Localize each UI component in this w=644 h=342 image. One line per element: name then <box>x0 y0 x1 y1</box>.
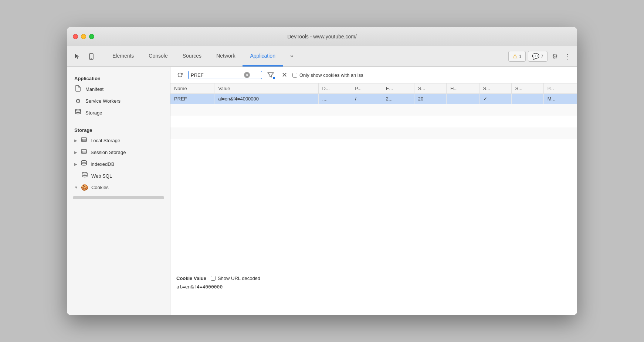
search-clear-button[interactable]: ✕ <box>244 72 250 78</box>
toolbar-right: ⚠ 1 💬 7 ⚙ ⋮ <box>508 51 573 62</box>
storage-icon <box>74 109 82 116</box>
svg-point-12 <box>82 172 87 174</box>
only-issues-label: Only show cookies with an iss <box>299 72 363 78</box>
table-row[interactable]: PREF al=en&f4=4000000 .... / 2... 20 ✓ M… <box>170 94 577 104</box>
col-path[interactable]: P... <box>351 83 382 94</box>
minimize-button[interactable] <box>81 34 86 39</box>
cookies-table: Name Value D... P... E... S... H... S...… <box>170 83 577 151</box>
cookies-table-wrapper: Name Value D... P... E... S... H... S...… <box>170 83 577 271</box>
cell-name: PREF <box>170 94 214 104</box>
cookie-value-text: al=en&f4=4000000 <box>176 284 571 290</box>
col-domain[interactable]: D... <box>318 83 351 94</box>
cell-value: al=en&f4=4000000 <box>214 94 318 104</box>
title-bar: DevTools - www.youtube.com/ <box>67 27 577 46</box>
cell-secure: ✓ <box>479 94 511 104</box>
sidebar-item-storage[interactable]: Storage <box>67 107 170 119</box>
col-expires[interactable]: E... <box>382 83 414 94</box>
chat-icon: 💬 <box>532 53 539 60</box>
col-samesite[interactable]: S... <box>511 83 543 94</box>
search-input[interactable] <box>191 72 243 78</box>
service-workers-label: Service Workers <box>85 98 121 104</box>
local-storage-label: Local Storage <box>91 138 120 143</box>
show-url-decoded-checkbox[interactable] <box>211 276 216 281</box>
sidebar-item-indexed-db[interactable]: ▶ IndexedDB <box>67 158 170 170</box>
local-storage-icon <box>80 137 88 144</box>
storage-label: Storage <box>85 110 102 116</box>
cell-domain: .... <box>318 94 351 104</box>
sidebar-scrollbar[interactable] <box>73 196 164 199</box>
warning-count: 1 <box>519 54 522 59</box>
content-toolbar: ✕ ✕ Only show cookies with an iss <box>170 67 577 83</box>
manifest-icon <box>74 85 82 93</box>
cursor-tool-icon[interactable] <box>71 51 83 62</box>
cell-priority: M... <box>543 94 577 104</box>
mobile-device-icon[interactable] <box>85 51 97 62</box>
tab-sources[interactable]: Sources <box>175 46 209 66</box>
filter-button[interactable] <box>265 70 276 80</box>
traffic-lights <box>73 34 94 39</box>
show-url-decoded-label[interactable]: Show URL decoded <box>211 276 260 281</box>
sidebar-item-session-storage[interactable]: ▶ Session Storage <box>67 146 170 158</box>
warning-icon: ⚠ <box>512 53 518 60</box>
tab-network[interactable]: Network <box>209 46 243 66</box>
settings-icon[interactable]: ⚙ <box>550 51 560 62</box>
cell-size: 20 <box>414 94 446 104</box>
chat-badge[interactable]: 💬 7 <box>528 51 548 62</box>
chat-count: 7 <box>541 54 543 59</box>
sidebar-section-application: Application <box>67 73 170 83</box>
cell-path: / <box>351 94 382 104</box>
empty-cell <box>170 139 577 151</box>
col-priority[interactable]: P... <box>543 83 577 94</box>
col-httponly[interactable]: H... <box>446 83 479 94</box>
cookies-icon: 🍪 <box>81 184 88 191</box>
table-row-empty-4 <box>170 139 577 151</box>
session-storage-arrow: ▶ <box>74 150 77 154</box>
col-size[interactable]: S... <box>414 83 446 94</box>
table-row-empty-2 <box>170 116 577 127</box>
table-row-empty-3 <box>170 127 577 139</box>
only-issues-checkbox-label[interactable]: Only show cookies with an iss <box>292 72 363 78</box>
sidebar-section-storage: Storage <box>67 124 170 134</box>
close-button[interactable] <box>73 34 78 39</box>
cookie-value-panel: Cookie Value Show URL decoded al=en&f4=4… <box>170 271 577 315</box>
col-name[interactable]: Name <box>170 83 214 94</box>
svg-point-2 <box>75 109 81 111</box>
table-header-row: Name Value D... P... E... S... H... S...… <box>170 83 577 94</box>
session-storage-label: Session Storage <box>91 150 126 155</box>
sidebar-item-web-sql[interactable]: Web SQL <box>67 170 170 182</box>
service-workers-icon: ⚙ <box>74 98 82 105</box>
local-storage-arrow: ▶ <box>74 138 77 143</box>
refresh-button[interactable] <box>175 70 185 80</box>
svg-rect-7 <box>81 150 87 153</box>
more-options-icon[interactable]: ⋮ <box>562 51 573 62</box>
sidebar-item-service-workers[interactable]: ⚙ Service Workers <box>67 95 170 107</box>
sidebar-item-local-storage[interactable]: ▶ Local Storage <box>67 134 170 146</box>
filter-active-dot <box>273 77 275 79</box>
tab-console[interactable]: Console <box>141 46 175 66</box>
warning-badge[interactable]: ⚠ 1 <box>508 51 526 62</box>
window-title: DevTools - www.youtube.com/ <box>287 34 357 40</box>
only-issues-checkbox[interactable] <box>292 73 297 78</box>
tab-more[interactable]: » <box>283 46 301 66</box>
content-panel: ✕ ✕ Only show cookies with an iss <box>170 67 577 315</box>
col-secure[interactable]: S... <box>479 83 511 94</box>
tab-application[interactable]: Application <box>243 46 283 66</box>
main-content: Application Manifest ⚙ Service Workers <box>67 67 577 315</box>
cookie-value-title: Cookie Value <box>176 276 206 281</box>
toolbar-separator <box>101 52 101 61</box>
empty-cell <box>170 127 577 139</box>
sidebar-item-manifest[interactable]: Manifest <box>67 83 170 95</box>
indexed-db-arrow: ▶ <box>74 162 77 166</box>
maximize-button[interactable] <box>89 34 94 39</box>
tab-bar: Elements Console Sources Network Applica… <box>105 46 506 66</box>
sidebar-item-cookies[interactable]: ▼ 🍪 Cookies <box>67 182 170 193</box>
col-value[interactable]: Value <box>214 83 318 94</box>
cookies-arrow: ▼ <box>74 185 78 189</box>
search-box: ✕ <box>188 71 262 79</box>
indexed-db-label: IndexedDB <box>91 161 114 167</box>
indexed-db-icon <box>80 160 88 168</box>
clear-filter-button[interactable]: ✕ <box>279 70 289 80</box>
cell-httponly <box>446 94 479 104</box>
svg-point-11 <box>81 161 87 163</box>
tab-elements[interactable]: Elements <box>105 46 141 66</box>
